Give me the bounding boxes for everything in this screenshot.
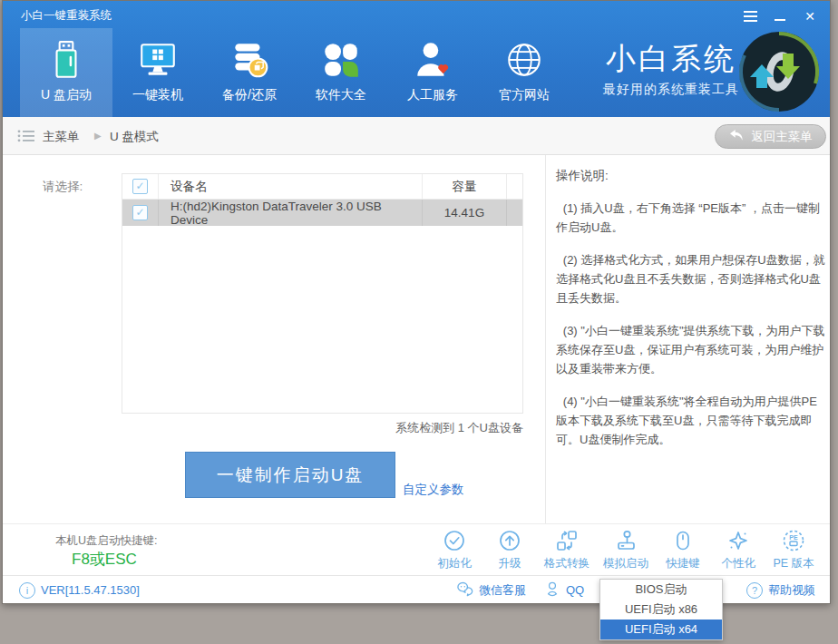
device-name: H:(hd2)Kingston DataTraveler 3.0 USB Dev… xyxy=(158,200,422,226)
nav-label: 官方网站 xyxy=(499,87,550,102)
pe-version-icon: PE xyxy=(782,529,805,552)
check-circle-icon xyxy=(443,529,466,552)
qq-support[interactable]: QQ xyxy=(544,576,584,604)
table-row[interactable]: ✓ H:(hd2)Kingston DataTraveler 3.0 USB D… xyxy=(122,200,522,226)
help-videos[interactable]: ? 帮助视频 xyxy=(746,576,815,604)
brand-tagline: 最好用的系统重装工具 xyxy=(594,82,748,98)
chevron-right-icon: ▶ xyxy=(94,131,102,141)
nav-usb-boot[interactable]: U 盘启动 xyxy=(20,28,112,117)
boot-option-bios[interactable]: BIOS启动 xyxy=(600,580,722,600)
tool-buttons: 初始化 升级 xyxy=(427,529,821,571)
tool-label: 初始化 xyxy=(437,557,472,570)
instruction-step: (4) "小白一键重装系统"将全程自动为用户提供PE版本下载及系统下载至U盘，只… xyxy=(556,392,826,449)
header-gutter xyxy=(506,174,522,199)
select-all-checkbox[interactable]: ✓ xyxy=(132,179,148,194)
pe-version-boot-menu: BIOS启动 UEFI启动 x86 UEFI启动 x64 xyxy=(599,579,723,640)
detected-devices-text: 系统检测到 1 个U盘设备 xyxy=(122,420,523,436)
tool-initialize[interactable]: 初始化 xyxy=(427,529,482,571)
window-title: 小白一键重装系统 xyxy=(21,8,112,24)
support-person-icon xyxy=(412,39,453,81)
back-button-label: 返回主菜单 xyxy=(751,129,813,145)
nav-label: 一键装机 xyxy=(132,87,183,102)
close-icon[interactable]: ✕ xyxy=(803,9,817,24)
device-checkbox[interactable]: ✓ xyxy=(132,205,148,220)
minimize-icon[interactable] xyxy=(773,9,787,24)
wechat-support[interactable]: 微信客服 xyxy=(456,576,526,604)
apps-icon xyxy=(320,39,362,81)
wechat-icon xyxy=(456,581,473,600)
joystick-icon xyxy=(614,529,638,552)
list-icon xyxy=(17,129,35,147)
hotkey-value: F8或ESC xyxy=(72,549,137,570)
qq-icon xyxy=(544,581,560,600)
tool-simulate-boot[interactable]: 模拟启动 xyxy=(597,529,655,571)
row-checkbox-cell: ✓ xyxy=(122,200,158,226)
tool-label: 个性化 xyxy=(721,557,755,570)
instructions-panel: 操作说明: (1) 插入U盘，右下角选择 “PE版本” ，点击一键制作启动U盘。… xyxy=(556,168,826,463)
instruction-step: (1) 插入U盘，右下角选择 “PE版本” ，点击一键制作启动U盘。 xyxy=(556,199,826,237)
wechat-label: 微信客服 xyxy=(479,582,526,599)
help-label: 帮助视频 xyxy=(768,582,815,599)
row-gutter xyxy=(506,200,522,226)
question-icon: ? xyxy=(746,582,763,599)
nav-one-key-install[interactable]: 一键装机 xyxy=(112,28,204,117)
back-to-main-menu-button[interactable]: 返回主菜单 xyxy=(715,124,826,149)
tool-label: 格式转换 xyxy=(544,557,590,570)
make-boot-usb-button[interactable]: 一键制作启动U盘 xyxy=(185,452,395,498)
breadcrumb-current: U 盘模式 xyxy=(110,129,159,145)
star-sparkle-icon xyxy=(726,529,750,552)
vertical-divider xyxy=(545,155,546,523)
breadcrumb-bar: 主菜单 ▶ U 盘模式 xyxy=(3,117,830,155)
nav-label: U 盘启动 xyxy=(41,87,92,102)
boot-option-uefi-x64[interactable]: UEFI启动 x64 xyxy=(600,620,722,639)
version-text: VER[11.5.47.1530] xyxy=(41,583,140,597)
globe-icon xyxy=(503,39,545,81)
breadcrumb-main-menu[interactable]: 主菜单 xyxy=(43,129,80,145)
tool-hotkey[interactable]: 快捷键 xyxy=(656,529,710,571)
select-label: 请选择: xyxy=(43,179,83,195)
desktop: 小白一键重装系统 ✕ U 盘启动 xyxy=(0,0,838,644)
window-controls: ✕ xyxy=(743,8,817,24)
tool-upgrade[interactable]: 升级 xyxy=(482,529,537,571)
brand: 小白系统 最好用的系统重装工具 xyxy=(594,41,748,98)
instruction-step: (2) 选择格式化方式，如果用户想保存U盘数据，就选择格式化U盘且不丢失数据，否… xyxy=(556,250,826,307)
header-capacity: 容量 xyxy=(422,174,506,199)
version-info: i VER[11.5.47.1530] xyxy=(19,576,140,604)
nav-human-service[interactable]: 人工服务 xyxy=(386,28,479,117)
tool-format-convert[interactable]: 格式转换 xyxy=(538,529,596,571)
tool-label: 快捷键 xyxy=(666,557,700,570)
nav-software-collection[interactable]: 软件大全 xyxy=(295,28,387,117)
nav-label: 软件大全 xyxy=(316,87,366,102)
nav-official-website[interactable]: 官方网站 xyxy=(478,28,570,117)
bottom-toolbar: 本机U盘启动快捷键: F8或ESC 初始化 xyxy=(3,523,830,575)
nav-label: 备份/还原 xyxy=(222,87,277,102)
table-header-row: ✓ 设备名 容量 xyxy=(122,174,522,200)
mouse-icon xyxy=(671,529,695,552)
menu-icon[interactable] xyxy=(743,9,757,24)
nav-backup-restore[interactable]: 备份/还原 xyxy=(203,28,296,117)
instruction-step: (3) "小白一键重装系统"提供系统下载，为用户下载系统保存至U盘，保证用户有系… xyxy=(556,321,826,378)
brand-name: 小白系统 xyxy=(594,41,748,77)
custom-params-link[interactable]: 自定义参数 xyxy=(403,482,464,498)
usb-drive-icon xyxy=(45,39,87,81)
brand-logo-badge-icon xyxy=(737,30,821,113)
back-arrow-icon xyxy=(728,129,745,144)
tool-label: 模拟启动 xyxy=(603,557,648,570)
qq-label: QQ xyxy=(566,583,584,597)
tool-label: 升级 xyxy=(499,557,521,570)
svg-text:PE: PE xyxy=(789,534,798,541)
tool-personalize[interactable]: 个性化 xyxy=(711,529,765,571)
instructions-title: 操作说明: xyxy=(556,168,826,184)
backup-restore-icon xyxy=(229,39,270,81)
arrow-up-circle-icon xyxy=(498,529,521,552)
tool-pe-version[interactable]: PE PE 版本 xyxy=(766,529,821,571)
monitor-icon xyxy=(137,39,179,81)
convert-icon xyxy=(555,529,579,552)
app-window: 小白一键重装系统 ✕ U 盘启动 xyxy=(2,0,831,604)
nav-label: 人工服务 xyxy=(407,87,458,102)
header: 小白一键重装系统 ✕ U 盘启动 xyxy=(3,1,830,117)
main-content: 请选择: ✓ 设备名 容量 ✓ H:(hd2)Kingston DataTrav… xyxy=(3,155,830,523)
boot-option-uefi-x86[interactable]: UEFI启动 x86 xyxy=(600,600,722,620)
header-checkbox-cell: ✓ xyxy=(122,174,158,199)
hotkey-label: 本机U盘启动快捷键: xyxy=(55,533,158,549)
